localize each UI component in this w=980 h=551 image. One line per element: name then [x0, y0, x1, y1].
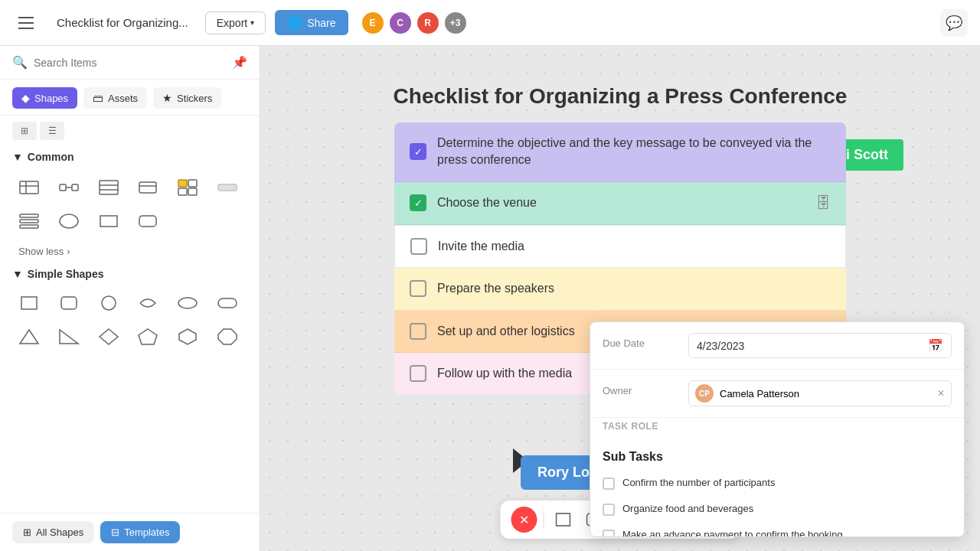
- calendar-icon[interactable]: 📅: [928, 338, 943, 353]
- tab-shapes[interactable]: ◆ Shapes: [12, 87, 77, 109]
- checklist-text-4: Prepare the speakers: [437, 280, 554, 297]
- shape-oval[interactable]: [171, 288, 204, 318]
- subtask-checkbox-2[interactable]: [603, 504, 615, 516]
- shape-rect[interactable]: [92, 206, 126, 236]
- shape-arc[interactable]: [131, 288, 165, 318]
- subtask-text-2: Organize food and beverages: [622, 502, 753, 516]
- svg-rect-11: [178, 180, 187, 187]
- export-label: Export: [217, 17, 247, 29]
- due-date-label: Due Date: [603, 333, 679, 349]
- share-label: Share: [307, 17, 335, 29]
- checkbox-6[interactable]: [410, 365, 426, 382]
- subtask-checkbox-3[interactable]: [603, 530, 615, 536]
- shape-pentagon[interactable]: [131, 321, 165, 352]
- checkbox-3[interactable]: [410, 238, 427, 255]
- comment-button[interactable]: 💬: [940, 9, 968, 37]
- shapes-icon: ◆: [21, 92, 30, 104]
- checklist-text-6: Follow up with the media: [437, 365, 572, 382]
- show-less-button[interactable]: Show less ›: [6, 240, 253, 263]
- svg-point-19: [60, 214, 78, 228]
- list-view-button[interactable]: ☰: [40, 122, 64, 140]
- shape-octagon[interactable]: [211, 321, 244, 352]
- owner-name: Camela Patterson: [720, 388, 799, 399]
- task-role-label: TASK ROLE: [603, 421, 658, 432]
- svg-rect-18: [20, 225, 38, 228]
- remove-owner-button[interactable]: ✕: [937, 388, 945, 399]
- date-field[interactable]: 4/23/2023 📅: [688, 333, 952, 358]
- checkbox-1[interactable]: ✓: [410, 143, 426, 160]
- tab-shapes-label: Shapes: [34, 93, 68, 104]
- shape-hexagon[interactable]: [171, 321, 204, 352]
- svg-rect-12: [188, 180, 197, 187]
- shape-rounded-rect2[interactable]: [131, 206, 165, 236]
- pin-icon[interactable]: 📌: [232, 55, 247, 70]
- owner-field[interactable]: CP Camela Patterson ✕: [688, 380, 952, 406]
- subtask-1: Confirm the number of participants: [590, 470, 964, 496]
- owner-value: CP Camela Patterson ✕: [688, 380, 952, 406]
- checkbox-2[interactable]: ✓: [410, 194, 426, 211]
- templates-label: Templates: [124, 527, 169, 538]
- canvas[interactable]: Checklist for Organizing a Press Confere…: [260, 46, 980, 551]
- shape-circle[interactable]: [92, 288, 126, 318]
- sidebar-bottom-tabs: ⊞ All Shapes ⊟ Templates: [0, 513, 260, 551]
- section-simple-shapes-header[interactable]: ▼ Simple Shapes: [6, 263, 253, 285]
- checklist-text-5: Set up and other logistics: [437, 323, 575, 340]
- avatar[interactable]: E: [361, 11, 385, 35]
- shape-colored-grid[interactable]: [171, 172, 204, 203]
- avatar-overflow[interactable]: +3: [443, 11, 468, 35]
- tab-assets[interactable]: 🗃 Assets: [83, 87, 147, 109]
- database-icon[interactable]: 🗄: [815, 194, 831, 212]
- checklist-text-3: Invite the media: [438, 238, 524, 255]
- subtask-2: Organize food and beverages: [590, 496, 964, 522]
- avatar[interactable]: R: [416, 11, 440, 35]
- shape-ellipse[interactable]: [52, 206, 86, 236]
- svg-rect-3: [60, 184, 66, 191]
- checklist-item-4: Prepare the speakers: [394, 268, 846, 310]
- simple-shapes-grid: [6, 285, 253, 358]
- svg-rect-15: [218, 184, 237, 191]
- shape-diamond[interactable]: [92, 321, 126, 352]
- menu-button[interactable]: [12, 9, 40, 37]
- shape-tabs: ◆ Shapes 🗃 Assets ★ Stickers: [0, 80, 260, 116]
- checkbox-5[interactable]: [410, 323, 426, 340]
- shape-rows[interactable]: [12, 206, 46, 236]
- common-shapes-grid: [6, 169, 253, 240]
- checklist-item-3: Invite the media: [394, 225, 846, 268]
- shape-right-triangle[interactable]: [52, 321, 86, 352]
- shape-triangle[interactable]: [12, 321, 46, 352]
- templates-button[interactable]: ⊟ Templates: [100, 521, 180, 543]
- shape-round-square[interactable]: [52, 288, 86, 318]
- svg-rect-0: [20, 181, 38, 194]
- shape-divider[interactable]: [211, 172, 244, 203]
- tab-assets-label: Assets: [108, 93, 138, 104]
- section-simple-label: Simple Shapes: [28, 268, 104, 280]
- grid-view-button[interactable]: ⊞: [12, 122, 37, 140]
- svg-rect-26: [218, 298, 237, 308]
- svg-marker-29: [100, 329, 118, 344]
- shape-square[interactable]: [12, 288, 46, 318]
- checkbox-4[interactable]: [410, 280, 426, 297]
- close-tool-button[interactable]: ✕: [511, 507, 537, 533]
- search-input[interactable]: [34, 57, 226, 69]
- all-shapes-icon: ⊞: [23, 527, 31, 538]
- shape-stadium[interactable]: [211, 288, 244, 318]
- subtask-checkbox-1[interactable]: [603, 478, 615, 490]
- tab-stickers[interactable]: ★ Stickers: [153, 87, 221, 109]
- export-button[interactable]: Export ▾: [205, 11, 266, 34]
- svg-marker-28: [60, 330, 78, 344]
- shape-card[interactable]: [131, 172, 165, 203]
- avatar[interactable]: C: [388, 11, 413, 35]
- search-icon: 🔍: [12, 55, 28, 70]
- subtask-text-1: Confirm the number of participants: [622, 476, 775, 490]
- svg-rect-21: [139, 216, 156, 227]
- shape-list[interactable]: [92, 172, 126, 203]
- shape-connector[interactable]: [52, 172, 86, 203]
- shape-table[interactable]: [12, 172, 46, 203]
- doc-title: Checklist for Organizing...: [49, 11, 196, 34]
- share-button[interactable]: 🌐 Share: [275, 10, 348, 35]
- task-panel-scroll[interactable]: Due Date 4/23/2023 📅 Owner CP Cam: [590, 322, 964, 536]
- all-shapes-button[interactable]: ⊞ All Shapes: [12, 521, 94, 543]
- rectangle-tool-button[interactable]: [550, 507, 577, 533]
- section-common-header[interactable]: ▼ Common: [6, 143, 253, 169]
- due-date-value: 4/23/2023 📅: [688, 333, 952, 358]
